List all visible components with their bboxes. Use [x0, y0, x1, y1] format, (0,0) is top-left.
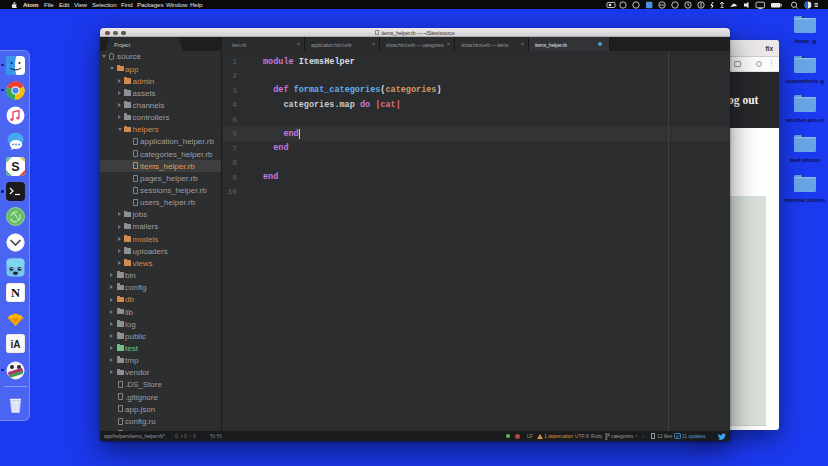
svg-text:N: N: [11, 286, 20, 300]
svg-text:S: S: [11, 160, 19, 174]
svg-text:iA: iA: [11, 339, 21, 350]
